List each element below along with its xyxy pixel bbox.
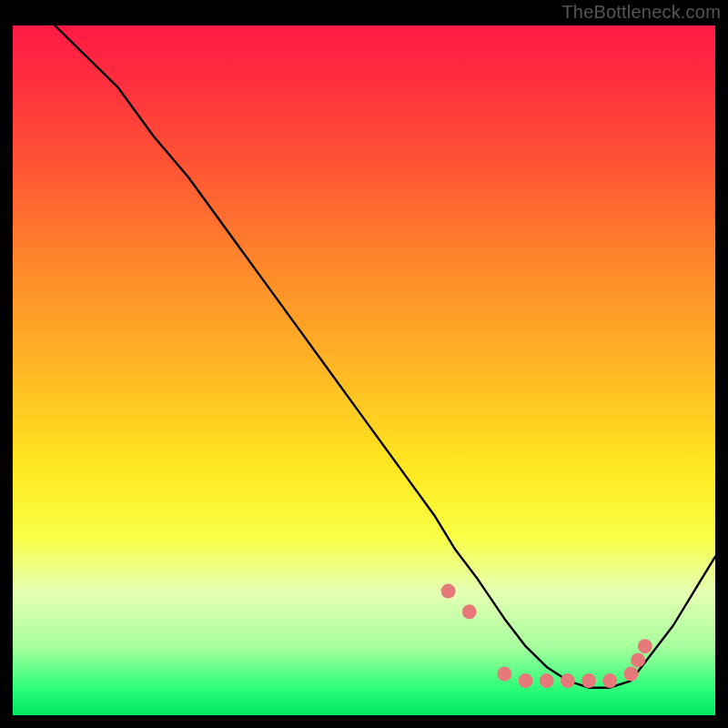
marker-dot: [540, 673, 554, 688]
marker-dot: [561, 673, 575, 688]
marker-dot: [631, 652, 645, 667]
marker-dot: [441, 584, 456, 599]
marker-dot: [623, 667, 638, 682]
chart-overlay: [13, 25, 715, 715]
marker-dot: [638, 639, 652, 653]
chart-frame: TheBottleneck.com: [0, 0, 728, 728]
plot-area: [13, 25, 715, 715]
curve-line: [55, 25, 715, 688]
marker-dot: [519, 673, 533, 688]
marker-dot: [462, 604, 477, 619]
marker-dot: [602, 673, 617, 688]
attribution-label: TheBottleneck.com: [561, 2, 721, 23]
marker-dots: [441, 584, 652, 689]
marker-dot: [497, 667, 511, 682]
marker-dot: [581, 673, 596, 688]
